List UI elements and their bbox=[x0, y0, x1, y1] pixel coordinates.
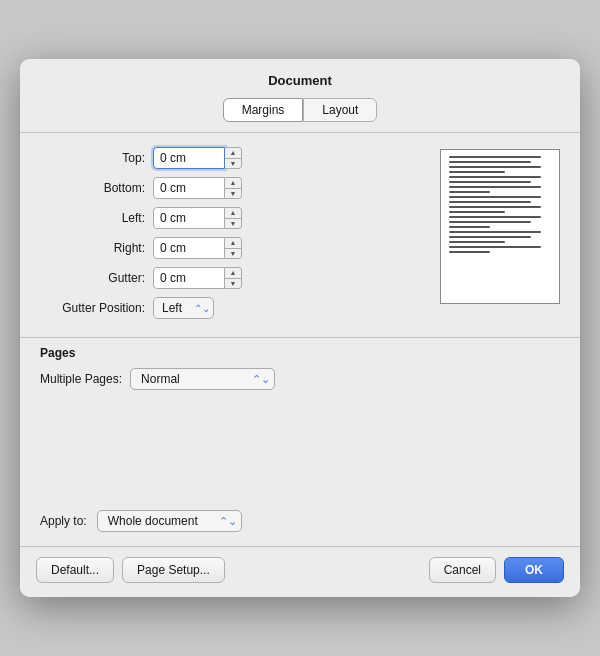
right-input-group: ▲ ▼ bbox=[153, 237, 242, 259]
bottom-row: Bottom: ▲ ▼ bbox=[40, 177, 430, 199]
document-dialog: Document Margins Layout Top: ▲ ▼ Botto bbox=[20, 59, 580, 597]
bottom-decrement[interactable]: ▼ bbox=[225, 189, 241, 199]
preview-line bbox=[449, 181, 531, 183]
content-area: Top: ▲ ▼ Bottom: ▲ ▼ bbox=[20, 133, 580, 333]
left-input[interactable] bbox=[153, 207, 225, 229]
pages-section: Pages Multiple Pages: Normal Mirror marg… bbox=[20, 346, 580, 400]
page-preview bbox=[440, 149, 560, 304]
default-button[interactable]: Default... bbox=[36, 557, 114, 583]
apply-select[interactable]: Whole document This point forward bbox=[97, 510, 242, 532]
gutter-position-select[interactable]: Left Top Right bbox=[153, 297, 214, 319]
apply-label: Apply to: bbox=[40, 514, 87, 528]
bottom-input[interactable] bbox=[153, 177, 225, 199]
gutter-input[interactable] bbox=[153, 267, 225, 289]
top-input-group: ▲ ▼ bbox=[153, 147, 242, 169]
right-spinner: ▲ ▼ bbox=[225, 237, 242, 259]
gutter-decrement[interactable]: ▼ bbox=[225, 279, 241, 289]
apply-section: Apply to: Whole document This point forw… bbox=[20, 500, 580, 542]
preview-line bbox=[449, 241, 505, 243]
gutter-increment[interactable]: ▲ bbox=[225, 268, 241, 279]
dialog-title: Document bbox=[20, 59, 580, 98]
preview-line bbox=[449, 196, 541, 198]
right-input[interactable] bbox=[153, 237, 225, 259]
preview-line bbox=[449, 161, 531, 163]
preview-line bbox=[449, 251, 490, 253]
apply-select-container: Whole document This point forward ⌃⌄ bbox=[97, 510, 242, 532]
preview-line bbox=[449, 236, 531, 238]
left-label: Left: bbox=[40, 211, 145, 225]
top-increment[interactable]: ▲ bbox=[225, 148, 241, 159]
section-divider bbox=[20, 337, 580, 338]
bottom-increment[interactable]: ▲ bbox=[225, 178, 241, 189]
right-decrement[interactable]: ▼ bbox=[225, 249, 241, 259]
button-row: Default... Page Setup... Cancel OK bbox=[20, 547, 580, 597]
top-decrement[interactable]: ▼ bbox=[225, 159, 241, 169]
multiple-pages-select[interactable]: Normal Mirror margins 2 pages per sheet … bbox=[130, 368, 275, 390]
multiple-pages-row: Multiple Pages: Normal Mirror margins 2 … bbox=[40, 368, 560, 390]
left-decrement[interactable]: ▼ bbox=[225, 219, 241, 229]
right-increment[interactable]: ▲ bbox=[225, 238, 241, 249]
preview-line bbox=[449, 231, 541, 233]
gutter-position-label: Gutter Position: bbox=[40, 301, 145, 315]
gutter-position-row: Gutter Position: Left Top Right ⌃⌄ bbox=[40, 297, 430, 319]
preview-line bbox=[449, 186, 541, 188]
bottom-label: Bottom: bbox=[40, 181, 145, 195]
bottom-input-group: ▲ ▼ bbox=[153, 177, 242, 199]
tab-bar: Margins Layout bbox=[20, 98, 580, 132]
top-input[interactable] bbox=[153, 147, 225, 169]
gutter-input-group: ▲ ▼ bbox=[153, 267, 242, 289]
right-label: Right: bbox=[40, 241, 145, 255]
left-spinner: ▲ ▼ bbox=[225, 207, 242, 229]
preview-line bbox=[449, 226, 490, 228]
margins-form: Top: ▲ ▼ Bottom: ▲ ▼ bbox=[40, 147, 430, 323]
tab-margins[interactable]: Margins bbox=[223, 98, 304, 122]
page-setup-button[interactable]: Page Setup... bbox=[122, 557, 225, 583]
right-row: Right: ▲ ▼ bbox=[40, 237, 430, 259]
tab-layout[interactable]: Layout bbox=[303, 98, 377, 122]
bottom-spinner: ▲ ▼ bbox=[225, 177, 242, 199]
multiple-pages-select-container: Normal Mirror margins 2 pages per sheet … bbox=[130, 368, 275, 390]
preview-line bbox=[449, 221, 531, 223]
cancel-button[interactable]: Cancel bbox=[429, 557, 496, 583]
content-spacer bbox=[20, 400, 580, 500]
gutter-spinner: ▲ ▼ bbox=[225, 267, 242, 289]
preview-line bbox=[449, 166, 541, 168]
top-row: Top: ▲ ▼ bbox=[40, 147, 430, 169]
pages-section-title: Pages bbox=[40, 346, 560, 360]
left-input-group: ▲ ▼ bbox=[153, 207, 242, 229]
preview-line bbox=[449, 206, 541, 208]
preview-line bbox=[449, 176, 541, 178]
top-label: Top: bbox=[40, 151, 145, 165]
multiple-pages-label: Multiple Pages: bbox=[40, 372, 122, 386]
gutter-position-select-container: Left Top Right ⌃⌄ bbox=[153, 297, 214, 319]
left-increment[interactable]: ▲ bbox=[225, 208, 241, 219]
left-row: Left: ▲ ▼ bbox=[40, 207, 430, 229]
gutter-row: Gutter: ▲ ▼ bbox=[40, 267, 430, 289]
preview-line bbox=[449, 246, 541, 248]
preview-line bbox=[449, 216, 541, 218]
preview-line bbox=[449, 171, 505, 173]
preview-line bbox=[449, 156, 541, 158]
preview-line bbox=[449, 201, 531, 203]
ok-button[interactable]: OK bbox=[504, 557, 564, 583]
preview-line bbox=[449, 211, 505, 213]
top-spinner: ▲ ▼ bbox=[225, 147, 242, 169]
preview-line bbox=[449, 191, 490, 193]
gutter-label: Gutter: bbox=[40, 271, 145, 285]
